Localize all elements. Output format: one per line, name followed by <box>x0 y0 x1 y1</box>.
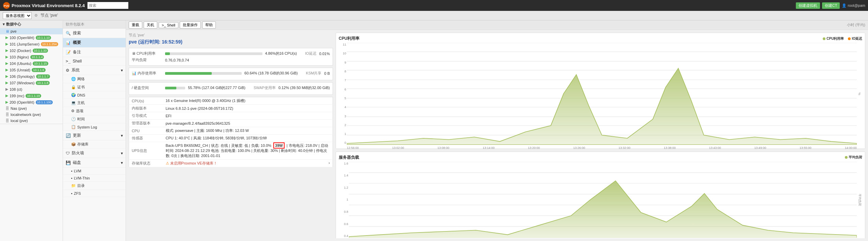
sidebar-item-199[interactable]: ▶ 199 (mc) 10.1.1.19 <box>0 92 63 99</box>
cpu-info-value: 16 x Genuine Intel(R) 0000 @ 3.40GHz (1 … <box>163 97 333 105</box>
create-ct-button[interactable]: 创建CT <box>822 2 840 9</box>
nav-cert[interactable]: 🔒 证书 <box>63 83 126 91</box>
nav-updates-label: 更新 <box>73 133 81 138</box>
nav-summary[interactable]: 📊 概要 <box>63 38 126 48</box>
nav-lvm[interactable]: ▪ LVM <box>63 168 126 175</box>
cpu-info-row: CPU(s) 16 x Genuine Intel(R) 0000 @ 3.40… <box>129 97 333 105</box>
nav-dir-label: 目录 <box>77 183 85 188</box>
reload-button[interactable]: 重载 <box>129 21 142 29</box>
nav-zfs[interactable]: ▪ ZFS <box>63 190 126 197</box>
create-vm-button[interactable]: 创建虚拟机 <box>796 2 820 9</box>
vm-icon-103: ▶ <box>5 55 8 59</box>
nav-notes-label: 备注 <box>73 49 81 55</box>
sidebar-item-106[interactable]: ▶ 106 (Synology) 10.1.1.7 <box>0 73 63 80</box>
load-y-unit: 平均负荷 <box>857 193 862 206</box>
io-delay-label: IO延迟 <box>305 51 317 56</box>
kernel-value: Linux 6.8.12-1-pve (2024-08-05T16:17Z) <box>163 105 333 112</box>
vm-ip-104: 10.1.1.15 <box>33 62 48 66</box>
sidebar-item-108[interactable]: ▶ 108 (ct) <box>0 86 63 92</box>
y-7: 7 <box>344 79 346 82</box>
sidebar-item-nas[interactable]: 🗄 Nas (pve) <box>0 105 63 111</box>
vm-name-101: 101 (JumpServer) <box>10 42 39 46</box>
sidebar-datacenter-header[interactable]: ▾ 数据中心 <box>0 20 63 28</box>
view-select[interactable]: 服务器视图 <box>3 12 32 19</box>
cpu-detail-label: CPU <box>129 127 163 135</box>
sidebar-item-105[interactable]: ▶ 105 (Unraid) 10.1.1.6 <box>0 67 63 73</box>
nav-notes[interactable]: 📝 备注 <box>63 48 126 57</box>
user-icon: 👤 <box>842 3 847 8</box>
nav-syslog-label: System Log <box>77 125 97 129</box>
storage-status-label: 存储库状态 <box>129 160 163 167</box>
sidebar-item-localnetwork[interactable]: 🗄 localnetwork (pve) <box>0 111 63 118</box>
toolbar: 重载 关机 >_ Shell 批量操作 帮助 小时 (平均) <box>126 20 868 30</box>
sidebar-item-102[interactable]: ▶ 102 (Docker) 10.1.1.33 <box>0 47 63 54</box>
nav-syslog[interactable]: 📋 System Log <box>63 123 126 131</box>
sidebar-item-104[interactable]: ▶ 104 (Ubuntu) 10.1.1.15 <box>0 60 63 67</box>
nav-shell[interactable]: >_ Shell <box>63 57 126 66</box>
nav-lvm-thin[interactable]: ▪ LVM-Thin <box>63 175 126 182</box>
nav-shell-label: Shell <box>73 59 82 64</box>
zfs-icon: ▪ <box>71 191 73 195</box>
nav-disk[interactable]: 💾 磁盘 ▾ <box>63 158 126 168</box>
ups-label: UPS信息 <box>129 142 163 160</box>
sidebar-item-200[interactable]: ▶ 200 (OpenWrt) 10.1.1.100 <box>0 99 63 105</box>
cpu-bar-bg <box>165 52 262 55</box>
vm-ip-106: 10.1.1.7 <box>36 74 50 79</box>
nav-host-label: 主机 <box>77 100 85 105</box>
cpu-y-label: % <box>857 43 862 145</box>
notes-nav-icon: 📝 <box>66 50 71 55</box>
cpu-value: 4.86%的16 CPU(s) <box>265 51 297 56</box>
memory-card: 📊 内存使用率 60.64% (18.78 GiB的30.96 GiB) KSM… <box>129 68 333 80</box>
nav-repo[interactable]: 📦 存储库 <box>63 140 126 149</box>
load-chart-card: 服务器负载 平均负荷 1.6 1.4 1.2 <box>336 152 865 238</box>
breadcrumb-gear: ⚙ <box>34 13 38 18</box>
sidebar-item-103[interactable]: ▶ 103 (Nginx) 10.1.1.4 <box>0 54 63 60</box>
load-chart-header: 服务器负载 平均负荷 <box>339 155 862 160</box>
load-chart-title: 服务器负载 <box>339 155 359 160</box>
shell-button[interactable]: >_ Shell <box>159 22 178 28</box>
sensors-row: 传感器 CPU 1: 40.0°C | 风扇: 1184转/分钟, 583转/分… <box>129 135 333 142</box>
load-row: 平均负荷 0.76,0.78,0.74 <box>132 57 330 63</box>
syslog-icon: 📋 <box>71 125 76 129</box>
nav-updates[interactable]: 🔄 更新 ▾ <box>63 131 126 140</box>
memory-row: 📊 内存使用率 60.64% (18.78 GiB的30.96 GiB) KSM… <box>132 71 330 76</box>
vm-ip-199: 10.1.1.19 <box>26 94 41 98</box>
nav-dns-label: DNS <box>77 93 85 97</box>
sidebar-item-101[interactable]: ▶ 101 (JumpServer) 10.1.1.254 <box>0 41 63 47</box>
load-value: 0.76,0.78,0.74 <box>165 58 189 62</box>
cpu-x-axis: 12:56:00 13:02:00 13:08:00 13:14:00 13:2… <box>347 146 857 150</box>
boot-value: EFI <box>163 112 333 120</box>
vm-ip-105: 10.1.1.6 <box>32 68 46 72</box>
nav-system[interactable]: ⚙ 系统 ▾ <box>63 66 126 75</box>
nav-repo-label: 存储库 <box>77 142 89 147</box>
sidebar-item-100[interactable]: ▶ 100 (OpenWrt) 10.1.1.10 <box>0 34 63 41</box>
nav-network[interactable]: 🌐 网络 <box>63 75 126 83</box>
nav-firewall[interactable]: 🛡 防火墙 ▾ <box>63 149 126 158</box>
vm-icon-199: ▶ <box>5 93 8 98</box>
x-label-4: 13:20:00 <box>528 146 540 150</box>
nav-time[interactable]: 🕐 时间 <box>63 115 126 123</box>
nav-dir[interactable]: 📁 目录 <box>63 182 126 190</box>
nav-dns[interactable]: 🌍 DNS <box>63 91 126 99</box>
vm-icon-100: ▶ <box>5 35 8 40</box>
swap-value: 0.12% (39.50 MiB的32.00 GiB) <box>278 85 330 90</box>
nav-options[interactable]: ⚙ 选项 <box>63 107 126 115</box>
storage-more-icon[interactable]: › <box>328 161 330 165</box>
vm-icon-101: ▶ <box>5 42 8 46</box>
nav-disk-label: 磁盘 <box>73 160 81 166</box>
sidebar: ▾ 数据中心 🖥 pve ▶ 100 (OpenWrt) 10.1.1.10 ▶… <box>0 20 63 241</box>
nav-search[interactable]: 🔍 搜索 <box>63 29 126 38</box>
help-button[interactable]: 帮助 <box>202 21 216 29</box>
sidebar-item-107[interactable]: ▶ 107 (Windows) 10.1.1.8 <box>0 80 63 86</box>
shutdown-button[interactable]: 关机 <box>144 21 157 29</box>
sidebar-item-local[interactable]: 🗄 local (pve) <box>0 118 63 124</box>
io-legend-label: IO延迟 <box>852 36 862 41</box>
manage-button[interactable]: 批量操作 <box>180 21 201 29</box>
search-input[interactable] <box>87 2 128 9</box>
sidebar-item-pve[interactable]: 🖥 pve <box>0 28 63 34</box>
content-area: 节点 'pve' pve (运行时间: 16:52:59) 🖥 CPU利用率 4… <box>126 30 868 241</box>
y-8: 8 <box>344 70 346 73</box>
nav-host[interactable]: 💻 主机 <box>63 99 126 107</box>
disk-bar-fill <box>165 87 176 89</box>
vm-ip-102: 10.1.1.33 <box>33 49 48 53</box>
